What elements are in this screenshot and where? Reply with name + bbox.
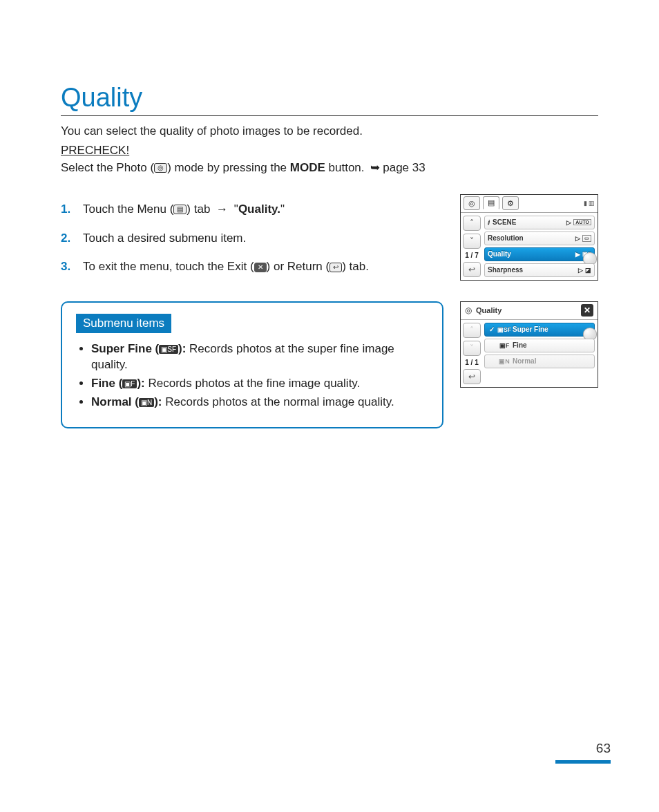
submenu-panel: Submenu items Super Fine (▣SF): Records … xyxy=(61,301,443,428)
normal-icon: ▣N xyxy=(499,358,510,365)
submenu-item-normal: Normal (▣N): Records photos at the norma… xyxy=(91,395,428,410)
menu-screenshot-2: ◎ Quality ✕ ˄ ˅ 1 / 1 ↩ ✓ ▣SF Super Fine xyxy=(460,301,598,388)
return-button[interactable]: ↩ xyxy=(463,369,481,384)
scroll-down-button[interactable]: ˅ xyxy=(463,341,481,356)
text-frag: ) or Return ( xyxy=(267,260,330,273)
page-indicator: 1 / 7 xyxy=(465,252,478,259)
item-close: ): xyxy=(137,377,144,390)
precheck-label: PRECHECK! xyxy=(61,144,598,158)
step-text: To exit the menu, touch the Exit (✕) or … xyxy=(83,258,443,275)
precheck-before: Select the Photo ( xyxy=(61,161,154,174)
text-frag: ) tab xyxy=(187,202,213,216)
menu-item-label: Quality xyxy=(488,250,511,258)
item-close: ): xyxy=(154,395,162,408)
page-bar-decoration xyxy=(555,760,611,764)
menu-item-quality[interactable]: Quality ▶▣F xyxy=(484,247,595,261)
play-icon: ▷ xyxy=(566,219,571,226)
item-desc: Records photos at the normal image quali… xyxy=(162,395,394,408)
step-number: 3. xyxy=(61,258,76,275)
option-label: Normal xyxy=(513,357,536,365)
fine-icon: ▣F xyxy=(122,379,137,388)
step-text: Touch the Menu (▤) tab → "Quality." xyxy=(83,201,443,218)
panel-title: Quality xyxy=(476,306,502,314)
play-icon: ▶ xyxy=(575,251,580,258)
menu-item-label: Resolution xyxy=(488,234,524,242)
step-text: Touch a desired submenu item. xyxy=(83,230,443,247)
arrow-icon: ➥ xyxy=(370,160,380,175)
camera-icon: ◎ xyxy=(154,163,167,173)
option-label: Fine xyxy=(513,341,527,349)
item-desc: Records photos at the fine image quality… xyxy=(145,377,361,390)
battery-icon: ▥ xyxy=(589,200,595,207)
steps-list: 1. Touch the Menu (▤) tab → "Quality." 2… xyxy=(61,194,443,287)
text-frag: ) tab. xyxy=(342,260,369,273)
precheck-mid: ) mode by pressing the xyxy=(167,161,290,174)
exit-icon: ✕ xyxy=(254,263,267,272)
submenu-item-superfine: Super Fine (▣SF): Records photos at the … xyxy=(91,341,428,373)
menu-item-label: SCENE xyxy=(493,218,516,226)
item-name: Super Fine ( xyxy=(91,342,159,355)
menu-screenshot-1: ◎ ▤ ⚙ ▮▥ ˄ ˅ 1 / 7 ↩ ⅈ SCENE ▷AUTO xyxy=(460,194,598,281)
options-list: ✓ ▣SF Super Fine ▣F Fine ▣N Normal xyxy=(483,320,598,387)
intro-text: You can select the quality of photo imag… xyxy=(61,123,598,140)
card-icon: ▮ xyxy=(584,200,587,207)
fine-icon: ▣F xyxy=(499,342,510,349)
play-icon: ▷ xyxy=(578,267,583,274)
page-title: Quality xyxy=(61,83,598,116)
panel-header: ◎ Quality ✕ xyxy=(461,302,598,320)
precheck-text: Select the Photo (◎) mode by pressing th… xyxy=(61,160,598,175)
submenu-list: Super Fine (▣SF): Records photos at the … xyxy=(76,341,428,410)
superfine-icon: ▣SF xyxy=(159,345,178,354)
menu-tab-icon[interactable]: ▤ xyxy=(483,196,499,210)
page-number: 63 xyxy=(555,741,611,756)
camera-icon: ◎ xyxy=(465,305,472,315)
status-icons: ▮▥ xyxy=(584,200,595,207)
check-icon: ✓ xyxy=(488,325,496,333)
close-button[interactable]: ✕ xyxy=(581,304,593,317)
scroll-up-button[interactable]: ˄ xyxy=(463,216,481,231)
scroll-down-button[interactable]: ˅ xyxy=(463,234,481,249)
iscene-prefix-icon: ⅈ xyxy=(488,219,490,226)
item-name: Fine ( xyxy=(91,377,122,390)
submenu-heading: Submenu items xyxy=(76,314,171,333)
menu-item-label: Sharpness xyxy=(488,266,523,274)
resolution-badge-icon: ▭ xyxy=(582,235,591,242)
panel-header: ◎ ▤ ⚙ ▮▥ xyxy=(461,195,598,213)
item-close: ): xyxy=(178,342,186,355)
step-1: 1. Touch the Menu (▤) tab → "Quality." xyxy=(61,201,443,218)
menu-item-sharpness[interactable]: Sharpness ▷◪ xyxy=(484,263,595,277)
option-label: Super Fine xyxy=(513,325,548,333)
text-frag: Touch the Menu ( xyxy=(83,202,173,216)
step-bold: Quality. xyxy=(238,202,280,216)
camera-tab-icon[interactable]: ◎ xyxy=(464,196,480,210)
precheck-mode: MODE xyxy=(290,161,325,174)
page-indicator: 1 / 1 xyxy=(465,359,478,366)
submenu-item-fine: Fine (▣F): Records photos at the fine im… xyxy=(91,376,428,392)
text-frag: " xyxy=(231,202,238,216)
menu-list: ⅈ SCENE ▷AUTO Resolution ▷▭ Quality ▶▣F xyxy=(483,213,598,280)
text-frag: To exit the menu, touch the Exit ( xyxy=(83,260,254,273)
menu-icon: ▤ xyxy=(173,205,187,214)
option-normal[interactable]: ▣N Normal xyxy=(484,355,595,368)
scroll-up-button[interactable]: ˄ xyxy=(463,323,481,338)
return-button[interactable]: ↩ xyxy=(463,262,481,277)
normal-icon: ▣N xyxy=(139,398,154,407)
step-3: 3. To exit the menu, touch the Exit (✕) … xyxy=(61,258,443,275)
precheck-after: button. xyxy=(325,161,367,174)
option-superfine[interactable]: ✓ ▣SF Super Fine xyxy=(484,323,595,337)
item-name: Normal ( xyxy=(91,395,139,408)
arrow-right-icon: → xyxy=(216,201,228,218)
superfine-icon: ▣SF xyxy=(499,326,510,333)
settings-tab-icon[interactable]: ⚙ xyxy=(502,196,519,210)
menu-item-scene[interactable]: ⅈ SCENE ▷AUTO xyxy=(484,216,595,229)
step-number: 2. xyxy=(61,230,76,247)
step-number: 1. xyxy=(61,201,76,218)
precheck-pageref: page 33 xyxy=(383,161,425,174)
sharpness-badge-icon: ◪ xyxy=(585,267,591,274)
text-frag: " xyxy=(280,202,285,216)
option-fine[interactable]: ▣F Fine xyxy=(484,339,595,352)
play-icon: ▷ xyxy=(575,235,580,242)
step-2: 2. Touch a desired submenu item. xyxy=(61,230,443,247)
menu-item-resolution[interactable]: Resolution ▷▭ xyxy=(484,232,595,245)
page-footer: 63 xyxy=(555,741,611,764)
